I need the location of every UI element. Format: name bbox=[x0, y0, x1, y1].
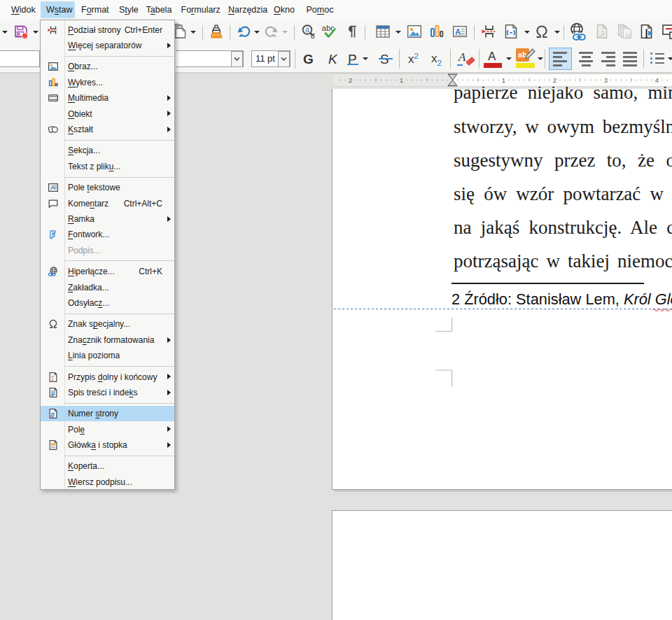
svg-text:2: 2 bbox=[553, 76, 556, 84]
svg-text:3: 3 bbox=[604, 76, 608, 84]
svg-text:4: 4 bbox=[655, 76, 659, 84]
svg-text:1: 1 bbox=[400, 76, 403, 84]
svg-text:2: 2 bbox=[349, 76, 352, 84]
svg-text:#: # bbox=[50, 411, 55, 419]
svg-text:1: 1 bbox=[502, 76, 505, 84]
